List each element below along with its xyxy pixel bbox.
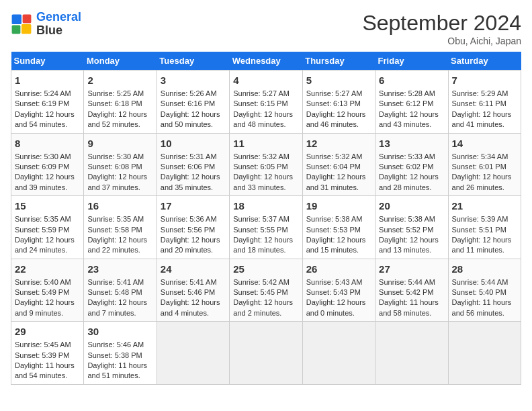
sunrise: Sunrise: 5:28 AM <box>379 89 435 97</box>
day-cell-30: 30Sunrise: 5:46 AMSunset: 5:38 PMDayligh… <box>84 322 157 385</box>
sunset: Sunset: 6:19 PM <box>15 99 69 107</box>
sunset: Sunset: 6:01 PM <box>452 163 506 171</box>
day-cell-25: 25Sunrise: 5:42 AMSunset: 5:45 PMDayligh… <box>230 259 302 322</box>
calendar-week-row: 15Sunrise: 5:35 AMSunset: 5:59 PMDayligh… <box>11 196 521 259</box>
weekday-header-monday: Monday <box>84 52 157 71</box>
day-number: 12 <box>306 136 371 150</box>
sunset: Sunset: 5:49 PM <box>15 288 69 296</box>
sunrise: Sunrise: 5:42 AM <box>233 278 290 286</box>
daylight: Daylight: 12 hours and 4 minutes. <box>161 298 220 316</box>
daylight: Daylight: 12 hours and 35 minutes. <box>161 173 220 191</box>
day-number: 16 <box>87 199 152 213</box>
sunrise: Sunrise: 5:46 AM <box>87 340 144 349</box>
sunrise: Sunrise: 5:45 AM <box>15 340 71 349</box>
day-cell-22: 22Sunrise: 5:40 AMSunset: 5:49 PMDayligh… <box>11 259 84 322</box>
logo: General Blue <box>11 11 81 38</box>
weekday-header-sunday: Sunday <box>11 52 84 71</box>
daylight: Daylight: 12 hours and 33 minutes. <box>233 173 293 191</box>
day-number: 17 <box>161 199 226 213</box>
daylight: Daylight: 12 hours and 52 minutes. <box>87 110 147 128</box>
sunrise: Sunrise: 5:34 AM <box>452 152 508 161</box>
sunrise: Sunrise: 5:25 AM <box>87 89 144 97</box>
daylight: Daylight: 12 hours and 24 minutes. <box>15 236 75 254</box>
day-cell-15: 15Sunrise: 5:35 AMSunset: 5:59 PMDayligh… <box>11 196 84 259</box>
sunrise: Sunrise: 5:26 AM <box>161 89 217 97</box>
day-number: 26 <box>306 262 371 276</box>
sunset: Sunset: 6:11 PM <box>452 99 506 107</box>
title-block: September 2024 Obu, Aichi, Japan <box>362 11 521 46</box>
sunrise: Sunrise: 5:44 AM <box>452 278 508 286</box>
location: Obu, Aichi, Japan <box>362 36 521 46</box>
daylight: Daylight: 12 hours and 39 minutes. <box>15 173 75 191</box>
day-cell-3: 3Sunrise: 5:26 AMSunset: 6:16 PMDaylight… <box>157 71 229 134</box>
sunset: Sunset: 6:02 PM <box>379 163 433 171</box>
logo-text: General Blue <box>36 11 81 38</box>
sunrise: Sunrise: 5:27 AM <box>233 89 290 97</box>
day-number: 27 <box>379 262 444 276</box>
daylight: Daylight: 12 hours and 20 minutes. <box>161 236 220 254</box>
sunrise: Sunrise: 5:44 AM <box>379 278 435 286</box>
day-cell-18: 18Sunrise: 5:37 AMSunset: 5:55 PMDayligh… <box>230 196 302 259</box>
day-cell-21: 21Sunrise: 5:39 AMSunset: 5:51 PMDayligh… <box>448 196 521 259</box>
day-number: 20 <box>379 199 444 213</box>
daylight: Daylight: 11 hours and 58 minutes. <box>379 298 439 316</box>
sunset: Sunset: 6:12 PM <box>379 99 433 107</box>
day-cell-6: 6Sunrise: 5:28 AMSunset: 6:12 PMDaylight… <box>375 71 448 134</box>
day-number: 24 <box>161 262 226 276</box>
svg-rect-2 <box>12 25 21 34</box>
month-title: September 2024 <box>362 11 521 36</box>
day-cell-4: 4Sunrise: 5:27 AMSunset: 6:15 PMDaylight… <box>230 71 302 134</box>
svg-rect-0 <box>12 14 21 24</box>
daylight: Daylight: 12 hours and 2 minutes. <box>233 298 293 316</box>
day-number: 1 <box>15 73 80 87</box>
sunset: Sunset: 5:38 PM <box>87 351 142 359</box>
day-number: 18 <box>233 199 298 213</box>
sunrise: Sunrise: 5:43 AM <box>306 278 363 286</box>
daylight: Daylight: 12 hours and 31 minutes. <box>306 173 366 191</box>
empty-day-cell <box>302 322 375 385</box>
daylight: Daylight: 12 hours and 9 minutes. <box>15 298 75 316</box>
day-cell-17: 17Sunrise: 5:36 AMSunset: 5:56 PMDayligh… <box>157 196 229 259</box>
svg-rect-3 <box>21 24 31 34</box>
day-number: 8 <box>15 136 80 150</box>
sunset: Sunset: 5:46 PM <box>161 288 215 296</box>
day-number: 4 <box>233 73 298 87</box>
daylight: Daylight: 12 hours and 28 minutes. <box>379 173 439 191</box>
daylight: Daylight: 12 hours and 13 minutes. <box>379 236 439 254</box>
day-cell-28: 28Sunrise: 5:44 AMSunset: 5:40 PMDayligh… <box>448 259 521 322</box>
sunset: Sunset: 5:39 PM <box>15 351 69 359</box>
sunset: Sunset: 5:42 PM <box>379 288 433 296</box>
day-number: 30 <box>87 324 152 338</box>
weekday-header-tuesday: Tuesday <box>157 52 229 71</box>
day-number: 22 <box>15 262 80 276</box>
sunrise: Sunrise: 5:35 AM <box>15 215 71 223</box>
weekday-header-row: SundayMondayTuesdayWednesdayThursdayFrid… <box>11 52 521 71</box>
day-cell-23: 23Sunrise: 5:41 AMSunset: 5:48 PMDayligh… <box>84 259 157 322</box>
sunset: Sunset: 6:13 PM <box>306 99 361 107</box>
daylight: Daylight: 12 hours and 7 minutes. <box>87 298 147 316</box>
day-cell-20: 20Sunrise: 5:38 AMSunset: 5:52 PMDayligh… <box>375 196 448 259</box>
sunset: Sunset: 6:15 PM <box>233 99 287 107</box>
sunset: Sunset: 6:18 PM <box>87 99 142 107</box>
day-cell-13: 13Sunrise: 5:33 AMSunset: 6:02 PMDayligh… <box>375 133 448 196</box>
day-number: 6 <box>379 73 444 87</box>
day-number: 11 <box>233 136 298 150</box>
sunset: Sunset: 5:48 PM <box>87 288 142 296</box>
day-number: 23 <box>87 262 152 276</box>
sunrise: Sunrise: 5:39 AM <box>452 215 508 223</box>
daylight: Daylight: 12 hours and 48 minutes. <box>233 110 293 128</box>
daylight: Daylight: 11 hours and 54 minutes. <box>15 361 75 379</box>
calendar-table: SundayMondayTuesdayWednesdayThursdayFrid… <box>11 52 521 385</box>
sunset: Sunset: 5:52 PM <box>379 226 433 234</box>
day-number: 5 <box>306 73 371 87</box>
day-number: 10 <box>161 136 226 150</box>
calendar-week-row: 8Sunrise: 5:30 AMSunset: 6:09 PMDaylight… <box>11 133 521 196</box>
sunrise: Sunrise: 5:38 AM <box>306 215 363 223</box>
daylight: Daylight: 12 hours and 54 minutes. <box>15 110 75 128</box>
sunset: Sunset: 6:05 PM <box>233 163 287 171</box>
day-cell-1: 1Sunrise: 5:24 AMSunset: 6:19 PMDaylight… <box>11 71 84 134</box>
sunset: Sunset: 5:58 PM <box>87 226 142 234</box>
empty-day-cell <box>448 322 521 385</box>
sunrise: Sunrise: 5:24 AM <box>15 89 71 97</box>
day-cell-16: 16Sunrise: 5:35 AMSunset: 5:58 PMDayligh… <box>84 196 157 259</box>
